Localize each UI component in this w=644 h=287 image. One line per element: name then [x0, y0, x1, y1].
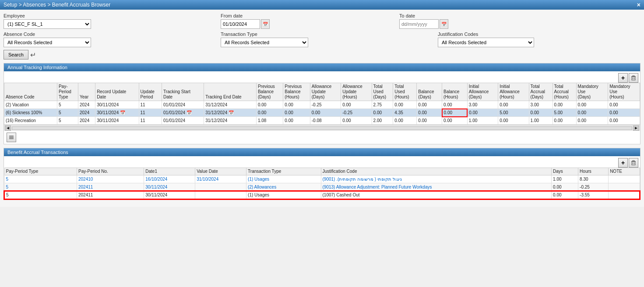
- transaction-type-select[interactable]: All Records Selected: [221, 38, 308, 47]
- transactions-toolbar: +: [4, 156, 640, 168]
- absence-code-select[interactable]: All Records Selected: [4, 38, 91, 47]
- annual-list-button[interactable]: [7, 133, 16, 142]
- table-cell: [609, 175, 640, 183]
- table-cell[interactable]: (1) Usages: [246, 175, 321, 183]
- table-cell[interactable]: 202411: [77, 183, 144, 191]
- col-balance-hours: Balance(Hours): [442, 83, 468, 101]
- annual-tracking-title: Annual Tracking Information: [4, 63, 640, 71]
- list-icon: [9, 135, 14, 140]
- scroll-track[interactable]: [12, 126, 632, 130]
- absence-code-label: Absence Code: [4, 32, 91, 37]
- col-prev-bal-days: PreviousBalance(Days): [256, 83, 283, 101]
- annual-add-button[interactable]: +: [618, 73, 628, 83]
- table-cell[interactable]: (9001) .ניצול תקופתי ( מרשומה תקופתית): [321, 175, 552, 183]
- employee-select[interactable]: (1) SEC_F SL_1: [4, 19, 91, 29]
- table-cell[interactable]: [195, 183, 246, 191]
- table-cell: 0.00: [529, 109, 553, 117]
- table-cell[interactable]: 31/10/2024: [195, 175, 246, 183]
- table-cell[interactable]: (2) Allowances: [246, 183, 321, 191]
- transactions-section: Benefit Accrual Transactions + Pay-Perio…: [4, 148, 640, 200]
- annual-scrollbar[interactable]: ◀ ▶: [4, 125, 640, 131]
- col-tx-transaction-type: Transaction Type: [246, 168, 321, 175]
- col-balance-days: Balance(Days): [417, 83, 442, 101]
- table-cell: (2) Vacation: [4, 101, 57, 109]
- table-cell[interactable]: (9013) Allowance Adjustment: Planned Fut…: [321, 183, 552, 191]
- from-date-filter-group: From date 📅: [221, 13, 270, 29]
- scroll-left-arrow[interactable]: ◀: [5, 126, 11, 131]
- table-cell: 3.00: [467, 101, 498, 109]
- svg-rect-0: [632, 77, 635, 80]
- annual-tracking-section: Annual Tracking Information + Absence Co…: [4, 63, 640, 144]
- filter-row-2: Absence Code All Records Selected Transa…: [4, 32, 640, 47]
- table-cell: 202411: [77, 191, 144, 199]
- table-cell: 01/01/2024: [162, 101, 204, 109]
- table-row[interactable]: 520241130/11/2024(1) Usages(1007) Cashed…: [4, 191, 640, 199]
- table-cell[interactable]: 16/10/2024: [144, 175, 195, 183]
- annual-delete-button[interactable]: [629, 73, 638, 83]
- trash-icon: [631, 75, 636, 80]
- svg-rect-8: [632, 161, 635, 165]
- col-initial-allow-hours: InitialAllowance(Hours): [498, 83, 529, 101]
- table-cell: 0.00: [256, 109, 283, 117]
- search-row: Search ↵: [4, 50, 640, 60]
- transactions-add-button[interactable]: +: [618, 158, 628, 168]
- table-cell: 5: [57, 117, 78, 125]
- table-cell: 0.00: [553, 117, 576, 125]
- table-row[interactable]: (6) Sickness 100%5202430/11/2024 📅1101/0…: [4, 109, 640, 117]
- table-cell[interactable]: 30/11/2024: [144, 183, 195, 191]
- col-tracking-start-date: Tracking StartDate: [162, 83, 204, 101]
- table-cell: 0.00: [442, 109, 468, 117]
- table-cell[interactable]: 202410: [77, 175, 144, 183]
- annual-table-scroll[interactable]: Absence Code Pay-PeriodType Year Record …: [4, 83, 640, 125]
- table-cell: 1.00: [552, 175, 578, 183]
- annual-table-body: (2) Vacation5202430/11/20241101/01/20243…: [4, 101, 640, 125]
- from-date-label: From date: [221, 13, 270, 18]
- col-tx-pay-period-no: Pay-Period No.: [77, 168, 144, 175]
- col-year: Year: [78, 83, 95, 101]
- table-cell[interactable]: 5: [4, 183, 77, 191]
- transactions-table: Pay-Period Type Pay-Period No. Date1 Val…: [4, 168, 640, 200]
- transactions-delete-button[interactable]: [629, 158, 638, 168]
- to-date-input[interactable]: [399, 19, 439, 29]
- table-row[interactable]: (16) Recreation5202430/11/20241101/01/20…: [4, 117, 640, 125]
- col-tracking-end-date: Tracking End Date: [204, 83, 257, 101]
- main-content: Employee (1) SEC_F SL_1 From date 📅 To d…: [0, 10, 644, 207]
- table-cell: 30/11/2024: [144, 191, 195, 199]
- col-prev-bal-hours: PreviousBalance(Hours): [283, 83, 310, 101]
- table-cell: 0.00: [256, 101, 283, 109]
- table-cell: 0.00: [341, 101, 372, 109]
- close-button[interactable]: ×: [637, 1, 640, 8]
- trash-icon-2: [631, 160, 636, 165]
- title-bar: Setup > Absences > Benefit Accruals Brow…: [0, 0, 644, 10]
- col-initial-allow-days: InitialAllowance(Days): [467, 83, 498, 101]
- scroll-right-arrow[interactable]: ▶: [633, 126, 639, 131]
- table-row[interactable]: 520241130/11/2024(2) Allowances(9013) Al…: [4, 183, 640, 191]
- search-button[interactable]: Search: [4, 50, 28, 60]
- table-cell: 0.00: [442, 117, 468, 125]
- annual-table: Absence Code Pay-PeriodType Year Record …: [4, 83, 640, 125]
- table-cell: 0.00: [341, 117, 372, 125]
- table-row[interactable]: 520241016/10/202431/10/2024(1) Usages(90…: [4, 175, 640, 183]
- from-date-input[interactable]: [221, 19, 260, 29]
- employee-label: Employee: [4, 13, 91, 18]
- table-cell: 2024: [78, 101, 95, 109]
- col-tx-hours: Hours: [578, 168, 609, 175]
- table-row[interactable]: (2) Vacation5202430/11/20241101/01/20243…: [4, 101, 640, 109]
- to-date-label: To date: [399, 13, 448, 18]
- table-cell: (16) Recreation: [4, 117, 57, 125]
- to-date-filter-group: To date 📅: [399, 13, 448, 29]
- from-date-calendar-button[interactable]: 📅: [261, 19, 270, 29]
- justification-codes-select[interactable]: All Records Selected: [438, 38, 534, 47]
- col-total-used-days: TotalUsed(Days): [372, 83, 393, 101]
- table-cell[interactable]: 5: [4, 175, 77, 183]
- table-cell: [195, 191, 246, 199]
- table-cell: 31/12/2024 📅: [204, 109, 257, 117]
- table-cell: 0.00: [576, 101, 608, 109]
- breadcrumb: Setup > Absences > Benefit Accruals Brow…: [4, 2, 110, 8]
- employee-filter-group: Employee (1) SEC_F SL_1: [4, 13, 91, 29]
- table-cell: 0.00: [372, 109, 393, 117]
- col-allow-update-days: AllowanceUpdate(Days): [310, 83, 341, 101]
- table-cell: 11: [139, 109, 162, 117]
- table-cell: [609, 191, 640, 199]
- to-date-calendar-button[interactable]: 📅: [440, 19, 448, 29]
